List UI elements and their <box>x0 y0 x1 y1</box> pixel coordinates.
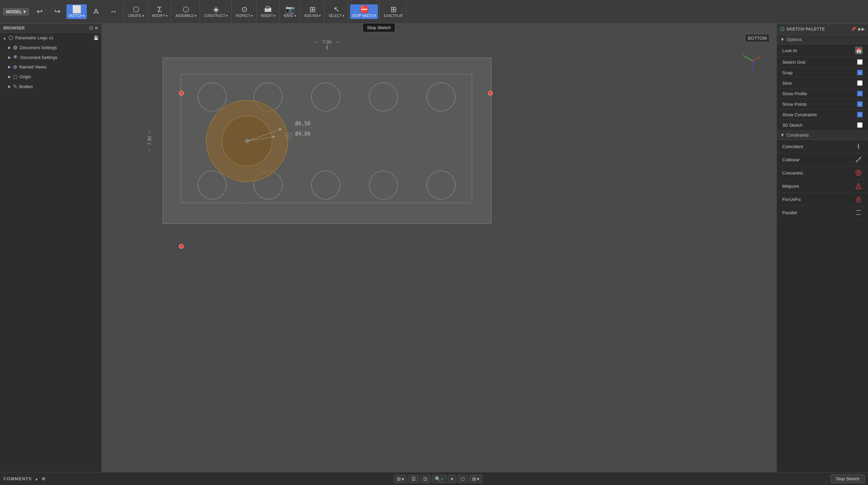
show-points-label: Show Points <box>782 102 807 107</box>
dimension-btn[interactable]: ↔ <box>105 6 122 17</box>
view-indicator: BOTTOM <box>745 34 770 42</box>
browser-header: BROWSER ⬡ ✕ <box>0 24 101 33</box>
undo-icon: ↩ <box>37 8 43 15</box>
dim-vertical-label: ↑ 7.90 ↓ <box>145 58 154 223</box>
text-btn[interactable]: A <box>87 6 104 17</box>
main-layout: BROWSER ⬡ ✕ ▲ ⬡ Parametric Lego v1 💾 ▶ ⚙… <box>0 24 868 472</box>
constraint-midpoint[interactable]: Midpoint <box>777 180 868 193</box>
bottom-bar: COMMENTS ▲ ⚙ ⊞ ▾ ☰ ⊡ 🔍− ▾ ⬡ ⊞ ▾ Stop Ske… <box>0 472 868 485</box>
palette-options-header[interactable]: ▼ Options <box>777 35 868 44</box>
comments-section: COMMENTS ▲ ⚙ <box>3 476 46 481</box>
look-at-btn[interactable]: 📅 <box>855 47 863 54</box>
sketch-btn[interactable]: ⬜ SKETCH ▾ <box>66 4 87 19</box>
browser-expand-icon[interactable]: ⬡ <box>89 26 93 31</box>
parallel-icon <box>854 208 863 217</box>
palette-look-at-row: Look At 📅 <box>777 44 868 57</box>
browser-item-named-views[interactable]: ▶ 👁 Document Settings <box>0 53 101 62</box>
dim-horizontal-label: ← 7.90 → <box>163 39 491 49</box>
root-expand-icon: ▲ <box>3 36 6 40</box>
slice-label: Slice <box>782 81 792 86</box>
inspect-btn[interactable]: ⊙ INSPECT ▾ <box>234 4 255 19</box>
exactflat-icon: ⊞ <box>390 6 397 13</box>
bottom-center-tools: ⊞ ▾ ☰ ⊡ 🔍− ▾ ⬡ ⊞ ▾ <box>394 475 482 483</box>
show-constraints-checkbox[interactable] <box>857 112 863 117</box>
constraint-fix-unfix[interactable]: Fix/UnFix <box>777 193 868 206</box>
svg-line-31 <box>856 157 861 162</box>
zoom-fit-icon: ⊡ <box>423 476 427 482</box>
comments-expand-icon[interactable]: ▲ <box>35 477 39 481</box>
inner-rectangle <box>181 74 472 203</box>
svg-point-40 <box>858 200 859 201</box>
browser-title: BROWSER <box>3 26 25 31</box>
browser-item-bodies-label: Origin <box>19 74 31 79</box>
constraint-parallel[interactable]: Parallel <box>777 206 868 219</box>
zoom-out-btn[interactable]: 🔍− <box>432 475 446 483</box>
create-btn[interactable]: ⬡ CREATE ▾ <box>126 4 146 19</box>
fix-unfix-label: Fix/UnFix <box>782 197 801 202</box>
assemble-btn[interactable]: ⬡ ASSEMBLE ▾ <box>173 4 198 19</box>
zoom-fit-btn[interactable]: ⊡ <box>420 475 430 483</box>
midpoint-label: Midpoint <box>782 184 799 189</box>
modify-btn[interactable]: Σ MODIFY ▾ <box>150 4 169 19</box>
display-mode-btn[interactable]: ☰ <box>408 475 419 483</box>
insert-label: INSERT ▾ <box>261 14 276 18</box>
palette-3d-sketch-row: 3D Sketch <box>777 120 868 130</box>
sketch-back-btn[interactable]: ↩ <box>31 6 48 17</box>
stop-sketch-bottom-btn[interactable]: Stop Sketch <box>831 474 865 483</box>
palette-collapse-icon[interactable]: ▶▶ <box>858 27 865 32</box>
document-save-icon: 💾 <box>94 36 99 40</box>
browser-document-root[interactable]: ▲ ⬡ Parametric Lego v1 💾 <box>0 33 101 43</box>
view-options-btn[interactable]: ⊞ ▾ <box>469 475 482 483</box>
sketch-grid-checkbox[interactable] <box>857 59 863 65</box>
look-at-icon: 📅 <box>856 48 862 53</box>
sketch-canvas[interactable]: ← 7.90 → ↑ 7.90 ↓ <box>163 58 491 224</box>
dimension-icon: ↔ <box>110 8 117 15</box>
ds-icon: ⚙ <box>13 44 18 51</box>
modify-icon: Σ <box>157 6 162 13</box>
canvas-area[interactable]: BOTTOM X Y Z ← 7.90 → <box>102 24 776 472</box>
slice-checkbox[interactable] <box>857 80 863 86</box>
exactflat-btn[interactable]: ⊞ EXACTFLAT <box>382 4 405 19</box>
stop-sketch-toolbar-btn[interactable]: ⛔ STOP SKETCH <box>350 4 378 19</box>
select-icon: ↖ <box>334 6 340 13</box>
grid-snap-btn[interactable]: ⊞ ▾ <box>394 475 407 483</box>
browser-item-origin[interactable]: ▶ ⊕ Named Views <box>0 62 101 72</box>
browser-item-document-settings[interactable]: ▶ ⚙ Document Settings <box>0 43 101 53</box>
sketch-palette-panel: ⬡ SKETCH PALETTE 📌 ▶▶ ▼ Options Look At … <box>776 24 868 472</box>
corner-dot-tr <box>488 91 493 96</box>
3d-sketch-checkbox[interactable] <box>857 122 863 128</box>
constraint-collinear[interactable]: Collinear <box>777 153 868 166</box>
view-cube-icon: ⬡ <box>461 476 465 482</box>
make-btn[interactable]: 📷 MAKE ▾ <box>282 4 299 19</box>
dim-d2-label: Ø4.80 <box>295 131 310 137</box>
inspect-label: INSPECT ▾ <box>236 14 253 18</box>
snap-checkbox[interactable] <box>857 70 863 75</box>
insert-btn[interactable]: 🏔 INSERT ▾ <box>259 4 278 19</box>
display-mode-icon: ☰ <box>411 476 416 482</box>
text-icon: A <box>94 8 99 15</box>
show-profile-checkbox[interactable] <box>857 91 863 96</box>
sketch-forward-btn[interactable]: ↪ <box>49 6 66 17</box>
coincident-icon <box>854 142 863 150</box>
show-points-checkbox[interactable] <box>857 101 863 107</box>
select-btn[interactable]: ↖ SELECT ▾ <box>326 4 346 19</box>
browser-close-icon[interactable]: ✕ <box>95 26 98 31</box>
browser-item-bodies[interactable]: ▶ ◻ Origin <box>0 72 101 82</box>
palette-constraints-header[interactable]: ▼ Constraints <box>777 130 868 140</box>
palette-pin-icon[interactable]: 📌 <box>851 27 856 32</box>
mode-dropdown-arrow: ▾ <box>23 9 26 14</box>
zoom-dropdown-btn[interactable]: ▾ <box>448 475 456 483</box>
stop-sketch-bottom-button[interactable]: Stop Sketch <box>831 474 865 483</box>
constraint-coincident[interactable]: Coincident <box>777 140 868 153</box>
comments-settings-icon[interactable]: ⚙ <box>42 477 46 481</box>
options-label: Options <box>787 37 802 42</box>
mode-dropdown[interactable]: MODEL ▾ <box>3 8 29 16</box>
view-cube-btn[interactable]: ⬡ <box>458 475 468 483</box>
constraint-concentric[interactable]: Concentric <box>777 166 868 180</box>
midpoint-icon <box>854 182 863 190</box>
dim-v-value: 7.90 <box>145 136 154 145</box>
browser-item-sketches[interactable]: ▶ ✎ Bodies <box>0 82 101 92</box>
dim-d1-label: Ø6.50 <box>295 121 310 127</box>
addins-btn[interactable]: ⊞ ADD-INS ▾ <box>302 4 323 19</box>
construct-btn[interactable]: ◈ CONSTRUCT ▾ <box>202 4 230 19</box>
